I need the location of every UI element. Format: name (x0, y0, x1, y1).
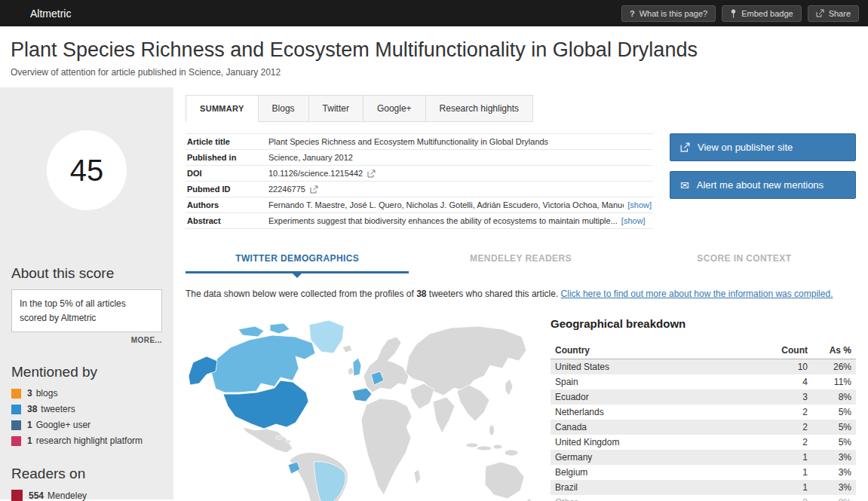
detail-label: Abstract (187, 216, 268, 225)
geo-pct: 8% (812, 389, 856, 405)
detail-label: Pubmed ID (187, 185, 268, 194)
donut-score-hole: 45 (47, 130, 127, 210)
geo-pct: 8% (812, 495, 856, 501)
tab-googleplus[interactable]: Google+ (363, 95, 426, 122)
detail-label: Article title (187, 137, 268, 146)
what-is-this-page-button[interactable]: ? What is this page? (621, 5, 716, 22)
mention-item-blogs[interactable]: 3 blogs (11, 388, 162, 399)
mention-item-googleplus[interactable]: 1 Google+ user (11, 420, 162, 430)
map-africa (361, 399, 412, 495)
geo-row: United Kingdom25% (551, 435, 856, 450)
authors-show-link[interactable]: [show] (627, 200, 652, 209)
geo-count: 2 (768, 420, 812, 435)
mention-count: 38 (27, 404, 37, 414)
sidebar: 45 About this score In the top 5% of all… (0, 87, 173, 499)
map-alaska[interactable] (189, 356, 217, 385)
map-united-kingdom[interactable] (353, 358, 361, 376)
external-link-icon (680, 142, 690, 152)
altmetric-donut-badge: 45 (11, 95, 162, 246)
abstract-show-link[interactable]: [show] (621, 216, 646, 225)
mendeley-swatch-icon (11, 490, 23, 501)
subtab-score-in-context[interactable]: SCORE IN CONTEXT (633, 253, 856, 273)
geo-row: United States1026% (551, 359, 856, 375)
map-canada-arctic[interactable] (270, 323, 290, 334)
map-new-guinea (505, 450, 518, 456)
alert-button-label: Alert me about new mentions (697, 179, 824, 191)
map-spain[interactable] (352, 388, 372, 402)
map-greenland[interactable] (309, 320, 344, 353)
share-label: Share (829, 9, 851, 18)
geo-pct: 3% (812, 465, 856, 480)
what-is-this-page-label: What is this page? (639, 9, 708, 18)
detail-row-published-in: Published in Science, January 2012 (186, 150, 653, 166)
compiled-info-link[interactable]: Click here to find out more about how th… (561, 289, 833, 299)
blogs-swatch-icon (11, 389, 21, 399)
header-actions: ? What is this page? Embed badge Share (621, 5, 859, 22)
geo-pct: 5% (812, 435, 856, 450)
mention-label: research highlight platform (36, 435, 143, 446)
map-australia (485, 462, 524, 499)
twitter-swatch-icon (11, 405, 21, 414)
subtab-twitter-demographics[interactable]: TWITTER DEMOGRAPHICS (186, 253, 409, 273)
mention-item-research-highlight[interactable]: 1 research highlight platform (11, 435, 162, 446)
geo-country: Other (551, 495, 768, 501)
external-link-icon[interactable] (310, 185, 318, 194)
subtab-bar: TWITTER DEMOGRAPHICS MENDELEY READERS SC… (186, 253, 856, 273)
geo-count: 2 (768, 435, 812, 450)
geo-country: Spain (551, 374, 768, 389)
view-on-publisher-site-button[interactable]: View on publisher site (670, 133, 856, 161)
tab-blogs[interactable]: Blogs (258, 95, 309, 122)
subtab-label: SCORE IN CONTEXT (697, 253, 791, 264)
tab-twitter[interactable]: Twitter (308, 95, 363, 122)
map-india (433, 397, 455, 433)
mentioned-by-heading: Mentioned by (11, 364, 162, 380)
detail-label: Published in (187, 153, 268, 162)
geo-country: Belgium (551, 465, 768, 480)
altmetric-brand[interactable]: Altmetric (9, 6, 71, 21)
geo-row: Spain411% (551, 374, 856, 389)
more-link[interactable]: MORE... (11, 336, 162, 344)
detail-label: Authors (187, 200, 268, 209)
geo-table: Country Count As % United States1026% Sp… (551, 342, 856, 501)
geo-col-count: Count (768, 342, 812, 359)
mention-item-tweeters[interactable]: 38 tweeters (11, 404, 162, 414)
geo-country: Brazil (551, 480, 768, 495)
readers-on-heading: Readers on (11, 466, 162, 482)
subtab-mendeley-readers[interactable]: MENDELEY READERS (409, 253, 632, 273)
tab-research-highlights[interactable]: Research highlights (425, 95, 533, 122)
geo-row: Netherlands25% (551, 405, 856, 420)
geo-heading: Geographical breakdown (551, 317, 856, 330)
geo-row: Canada25% (551, 420, 856, 435)
map-iceland (342, 345, 352, 353)
map-indonesia (493, 444, 502, 449)
mention-count: 1 (27, 420, 32, 430)
map-canada[interactable] (211, 335, 315, 393)
mention-label: Google+ user (36, 420, 90, 430)
map-indonesia (477, 446, 492, 451)
alert-new-mentions-button[interactable]: ✉ Alert me about new mentions (670, 171, 856, 199)
mention-count: 1 (27, 435, 32, 446)
map-japan (505, 379, 513, 396)
detail-label: DOI (187, 169, 268, 178)
top-header-bar: Altmetric ? What is this page? Embed bad… (0, 0, 868, 26)
tweeter-count: 38 (416, 289, 426, 299)
detail-row-abstract: Abstract Experiments suggest that biodiv… (186, 213, 653, 229)
detail-row-pubmed-id: Pubmed ID 22246775 (186, 182, 653, 197)
map-new-zealand (526, 498, 532, 501)
map-mexico-central-america (243, 427, 293, 453)
tab-summary[interactable]: SUMMARY (186, 95, 259, 122)
about-score-heading: About this score (11, 265, 162, 282)
envelope-icon: ✉ (680, 180, 689, 191)
reader-count: 554 (29, 490, 44, 501)
embed-badge-button[interactable]: Embed badge (722, 5, 802, 22)
external-link-icon[interactable] (367, 170, 376, 178)
detail-row-doi: DOI 10.1126/science.1215442 (186, 166, 653, 182)
research-highlight-swatch-icon (11, 436, 21, 446)
share-button[interactable]: Share (808, 5, 859, 22)
map-canada-arctic[interactable] (238, 326, 264, 337)
reader-item-mendeley[interactable]: 554 Mendeley (11, 490, 162, 501)
geo-pct: 11% (812, 374, 856, 389)
geo-col-pct: As % (812, 342, 856, 359)
mention-count: 3 (27, 388, 32, 399)
geo-country: Ecuador (551, 389, 768, 405)
